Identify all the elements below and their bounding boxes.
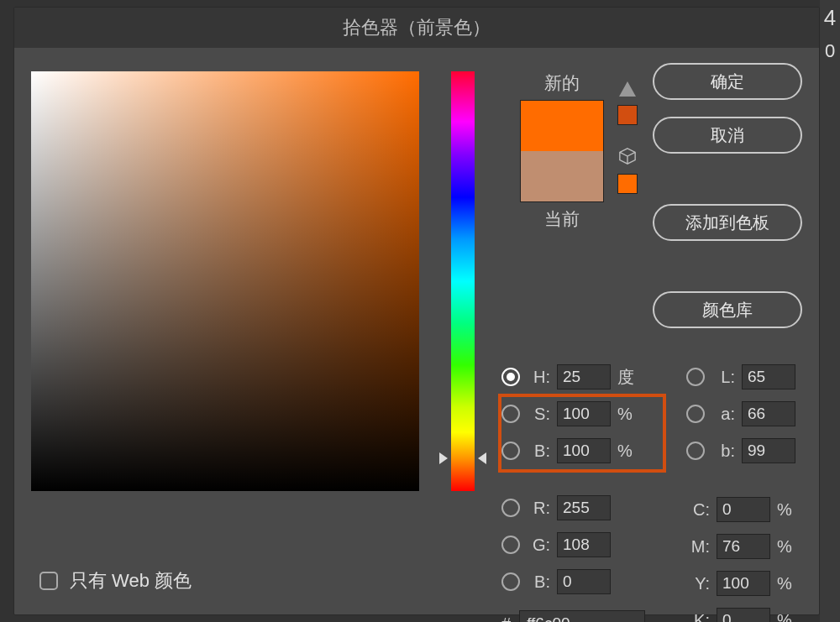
input-k[interactable] bbox=[717, 608, 770, 622]
input-g[interactable] bbox=[557, 532, 611, 557]
label-l: L: bbox=[711, 368, 735, 387]
new-color-label: 新的 bbox=[544, 71, 580, 95]
label-b-hsb: B: bbox=[527, 442, 550, 461]
color-libs-button[interactable]: 颜色库 bbox=[653, 291, 802, 328]
cube-icon[interactable] bbox=[618, 147, 637, 165]
unit-c: % bbox=[777, 500, 799, 520]
input-b-hsb[interactable] bbox=[557, 438, 611, 463]
unit-m: % bbox=[777, 537, 799, 557]
preview-swatches bbox=[520, 100, 604, 202]
input-y[interactable] bbox=[717, 571, 770, 596]
dialog-content: 新的 当前 确定 取消 添加到色板 颜色库 bbox=[14, 48, 819, 515]
color-picker-dialog: 拾色器（前景色） 新的 当前 bbox=[13, 7, 820, 615]
label-y: Y: bbox=[686, 574, 710, 593]
unit-b-hsb: % bbox=[617, 442, 639, 461]
gamut-swatch-2[interactable] bbox=[617, 174, 638, 194]
label-b-rgb: B: bbox=[527, 572, 550, 592]
web-only-checkbox[interactable] bbox=[39, 572, 58, 590]
label-s: S: bbox=[527, 405, 550, 424]
unit-s: % bbox=[617, 405, 639, 424]
input-h[interactable] bbox=[557, 364, 611, 389]
label-h: H: bbox=[527, 368, 550, 387]
label-g: G: bbox=[527, 536, 550, 555]
input-b-lab[interactable] bbox=[742, 438, 795, 463]
edge-num-4: 4 bbox=[820, 5, 840, 31]
input-s[interactable] bbox=[557, 401, 611, 426]
unit-h: 度 bbox=[617, 366, 639, 389]
add-swatch-button[interactable]: 添加到色板 bbox=[653, 204, 802, 241]
radio-b-rgb[interactable] bbox=[501, 572, 520, 591]
swatch-new[interactable] bbox=[521, 101, 603, 151]
edge-num-0: 0 bbox=[820, 40, 840, 62]
unit-k: % bbox=[777, 611, 799, 623]
label-c: C: bbox=[686, 500, 710, 520]
hsb-rgb-fields: H: 度 S: % B: % R: bbox=[501, 358, 639, 600]
input-c[interactable] bbox=[717, 497, 770, 522]
radio-g[interactable] bbox=[501, 536, 520, 554]
cmyk-fields: C: % M: % Y: % K: % bbox=[686, 491, 799, 622]
input-r[interactable] bbox=[557, 495, 611, 520]
input-l[interactable] bbox=[742, 364, 795, 389]
input-b-rgb[interactable] bbox=[557, 569, 611, 594]
hex-input[interactable] bbox=[519, 610, 645, 622]
label-b-lab: b: bbox=[711, 442, 735, 461]
panel-strip bbox=[820, 0, 840, 622]
web-only-label: 只有 Web 颜色 bbox=[70, 568, 192, 593]
hue-slider[interactable] bbox=[451, 71, 475, 491]
radio-a[interactable] bbox=[686, 405, 705, 423]
color-field[interactable] bbox=[31, 71, 419, 491]
warning-icon[interactable] bbox=[619, 81, 636, 97]
web-only-row: 只有 Web 颜色 bbox=[39, 568, 192, 593]
radio-s[interactable] bbox=[501, 405, 520, 423]
hue-slider-thumb[interactable] bbox=[439, 452, 486, 464]
swatch-current[interactable] bbox=[521, 151, 603, 201]
button-column: 确定 取消 添加到色板 颜色库 bbox=[653, 63, 802, 328]
label-a: a: bbox=[711, 405, 735, 424]
radio-h[interactable] bbox=[501, 368, 520, 386]
label-k: K: bbox=[686, 611, 710, 623]
input-m[interactable] bbox=[717, 534, 770, 559]
hue-arrow-right-icon bbox=[478, 452, 486, 464]
ok-button[interactable]: 确定 bbox=[653, 63, 802, 100]
gamut-swatch-1[interactable] bbox=[617, 105, 638, 125]
dialog-title: 拾色器（前景色） bbox=[14, 8, 819, 48]
lab-fields: L: a: b: bbox=[686, 358, 795, 469]
color-field-black-grad bbox=[31, 71, 419, 491]
current-color-label: 当前 bbox=[544, 207, 580, 231]
input-a[interactable] bbox=[742, 401, 795, 426]
radio-l[interactable] bbox=[686, 368, 705, 386]
label-r: R: bbox=[527, 499, 550, 518]
hue-arrow-left-icon bbox=[439, 452, 448, 464]
gamut-warnings bbox=[617, 81, 638, 194]
unit-y: % bbox=[777, 574, 799, 593]
hex-row: # bbox=[501, 610, 645, 622]
cancel-button[interactable]: 取消 bbox=[653, 117, 802, 154]
radio-b-lab[interactable] bbox=[686, 442, 705, 460]
label-m: M: bbox=[686, 537, 710, 557]
radio-r[interactable] bbox=[501, 499, 520, 517]
radio-b[interactable] bbox=[501, 442, 520, 460]
hex-label: # bbox=[501, 614, 511, 623]
